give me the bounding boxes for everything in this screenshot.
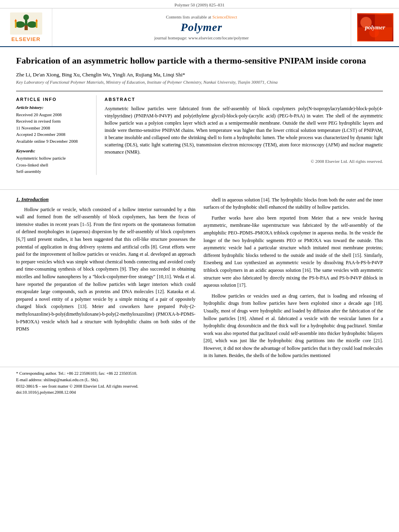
svg-rect-5 xyxy=(25,25,28,30)
svg-point-4 xyxy=(27,21,37,28)
journal-homepage: journal homepage: www.elsevier.com/locat… xyxy=(154,35,249,40)
svg-rect-2 xyxy=(25,20,27,25)
keywords-label: Keywords: xyxy=(16,148,90,153)
journal-logo-right: polymer xyxy=(351,8,399,46)
footnote-email: E-mail address: shilinqi@nankai.edu.cn (… xyxy=(16,377,383,383)
intro-title: Introduction xyxy=(21,196,49,202)
polymer-logo: polymer xyxy=(357,13,393,41)
journal-header-center: Contents lists available at ScienceDirec… xyxy=(52,8,351,46)
intro-right-p3: Hollow particles or vesicles used as dru… xyxy=(204,292,383,359)
svg-point-1 xyxy=(23,14,29,20)
intro-body-text: Hollow particle or vesicle, which consis… xyxy=(16,206,195,333)
intro-right-p1: shell in aqueous solution [14]. The hydr… xyxy=(204,196,383,211)
intro-heading: 1. Introduction xyxy=(16,196,195,203)
article-info-abstract-section: ARTICLE INFO Article history: Received 2… xyxy=(16,91,383,175)
citation-text: Polymer 50 (2009) 825–831 xyxy=(175,2,224,7)
keyword2: Cross-linked shell xyxy=(16,162,90,168)
elsevier-text: ELSEVIER xyxy=(11,36,40,42)
svg-rect-6 xyxy=(15,21,16,28)
journal-name: Polymer xyxy=(181,21,222,34)
abstract-col: ABSTRACT Asymmetric hollow particles wer… xyxy=(105,95,383,175)
keyword3: Self-assembly xyxy=(16,168,90,175)
copyright-line: © 2008 Elsevier Ltd. All rights reserved… xyxy=(105,159,383,164)
intro-right-text: shell in aqueous solution [14]. The hydr… xyxy=(204,196,383,359)
article-info-col: ARTICLE INFO Article history: Received 2… xyxy=(16,95,97,175)
body-columns: 1. Introduction Hollow particle or vesic… xyxy=(0,196,399,363)
journal-header: ELSEVIER Contents lists available at Sci… xyxy=(0,8,399,47)
sciencedirect-line: Contents lists available at ScienceDirec… xyxy=(166,14,237,19)
intro-right-p2: Further works have also been reported fr… xyxy=(204,214,383,289)
elsevier-logo: ELSEVIER xyxy=(10,12,42,42)
article-title: Fabrication of an asymmetric hollow part… xyxy=(16,55,383,67)
body-divider xyxy=(0,189,399,190)
authors-text: Zhe Li, De'an Xiong, Bing Xu, Chenglin W… xyxy=(16,72,185,78)
page-wrapper: Polymer 50 (2009) 825–831 xyxy=(0,0,399,396)
citation-bar: Polymer 50 (2009) 825–831 xyxy=(0,0,399,8)
article-info-heading: ARTICLE INFO xyxy=(16,97,90,102)
footnote-area: * Corresponding author. Tel.: +86 22 235… xyxy=(0,367,399,396)
online-line: Available online 9 December 2008 xyxy=(16,138,90,145)
intro-number: 1. xyxy=(16,196,20,202)
svg-point-14 xyxy=(378,16,386,25)
elsevier-logo-svg xyxy=(10,12,42,35)
footnote-issn: 0032-3861/$ – see front matter © 2008 El… xyxy=(16,383,383,390)
footnote-corresponding: * Corresponding author. Tel.: +86 22 235… xyxy=(16,370,383,377)
received-revised-label: Received in revised form xyxy=(16,118,90,125)
elsevier-logo-area: ELSEVIER xyxy=(0,8,52,46)
received-line: Received 20 August 2008 xyxy=(16,111,90,118)
svg-rect-8 xyxy=(36,21,37,28)
intro-para1: Hollow particle or vesicle, which consis… xyxy=(16,206,195,333)
body-col-left: 1. Introduction Hollow particle or vesic… xyxy=(16,196,195,363)
abstract-heading: ABSTRACT xyxy=(105,97,383,102)
sciencedirect-link[interactable]: ScienceDirect xyxy=(212,14,237,19)
polymer-logo-text: polymer xyxy=(365,24,385,31)
article-authors: Zhe Li, De'an Xiong, Bing Xu, Chenglin W… xyxy=(16,72,383,78)
article-area: Fabrication of an asymmetric hollow part… xyxy=(0,47,399,183)
footnote-doi: doi:10.1016/j.polymer.2008.12.004 xyxy=(16,389,383,396)
history-label: Article history: xyxy=(16,105,90,110)
keywords-section: Keywords: Asymmetric hollow particle Cro… xyxy=(16,148,90,175)
accepted-line: Accepted 2 December 2008 xyxy=(16,131,90,138)
body-col-right: shell in aqueous solution [14]. The hydr… xyxy=(204,196,383,363)
svg-point-3 xyxy=(15,21,25,28)
abstract-text: Asymmetric hollow particles were fabrica… xyxy=(105,105,383,156)
keyword1: Asymmetric hollow particle xyxy=(16,155,90,162)
sciencedirect-prefix: Contents lists available at xyxy=(166,14,211,19)
accepted-date1: 11 November 2008 xyxy=(16,125,90,131)
article-affiliation: Key Laboratory of Functional Polymer Mat… xyxy=(16,80,383,84)
